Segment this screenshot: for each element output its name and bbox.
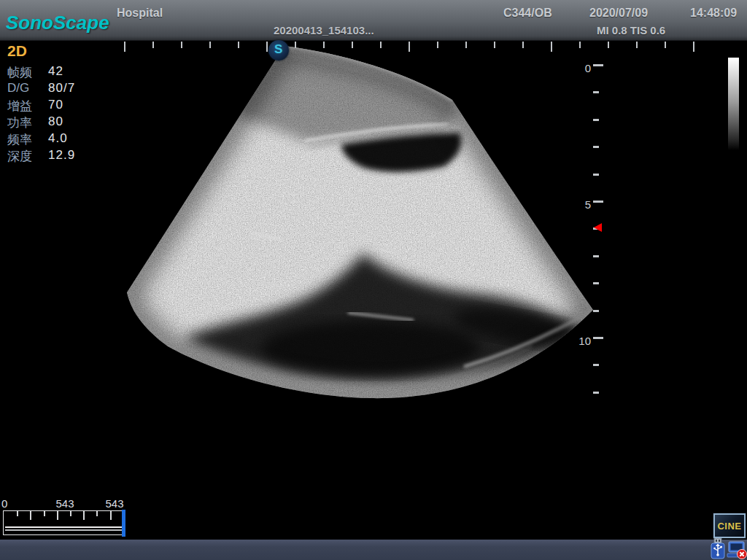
ruler-tick: [238, 42, 239, 48]
ruler-tick: [380, 42, 382, 48]
ruler-tick: [593, 91, 599, 93]
cine-scale-current: 543: [50, 497, 80, 510]
system-date: 2020/07/09: [589, 7, 648, 20]
param-value: 70: [48, 98, 63, 114]
cine-progress-line: [5, 526, 122, 528]
cine-tick: [70, 511, 71, 516]
cine-button[interactable]: CINE: [713, 513, 746, 538]
exam-id: 20200413_154103...: [274, 24, 374, 36]
ruler-tick: [593, 392, 599, 394]
ruler-tick: [352, 42, 353, 48]
ruler-tick: [323, 42, 325, 48]
cine-scale-start: 0: [1, 497, 7, 510]
ruler-tick: [593, 119, 599, 121]
param-value: 80: [48, 114, 63, 131]
mode-label: 2D: [7, 42, 75, 60]
system-time: 14:48:09: [690, 7, 737, 20]
brand-logo: SonoScape: [6, 12, 109, 34]
grayscale-bar: [728, 58, 739, 150]
cine-tick: [17, 511, 18, 516]
depth-label-10: 10: [573, 335, 591, 347]
ruler-tick: [266, 42, 268, 52]
parameter-panel: 2D 帧频 42 D/G 80/7 增益 70 功率 80 频率 4.0 深度 …: [7, 42, 75, 165]
probe-preset: C344/OB: [503, 7, 552, 20]
ruler-tick: [593, 201, 603, 203]
param-row-depth: 深度 12.9: [7, 148, 75, 165]
cine-tick: [83, 511, 85, 520]
ruler-tick: [593, 364, 599, 366]
ruler-tick: [593, 174, 599, 176]
param-value: 12.9: [48, 148, 75, 165]
ruler-tick: [437, 42, 438, 48]
param-value: 4.0: [48, 131, 68, 148]
param-row-framerate: 帧频 42: [7, 64, 75, 81]
focus-marker-icon[interactable]: [594, 223, 602, 232]
cine-tick: [110, 511, 112, 520]
depth-label-0: 0: [573, 62, 591, 74]
cine-progress-line: [5, 529, 122, 531]
ruler-tick: [593, 282, 599, 284]
cine-tick: [96, 511, 98, 516]
ruler-tick: [551, 42, 552, 52]
ruler-tick: [295, 42, 296, 48]
hospital-name: Hospital: [117, 7, 163, 20]
ruler-tick: [124, 42, 125, 52]
ruler-tick: [152, 42, 154, 48]
param-label: 帧频: [7, 64, 48, 81]
ruler-tick: [693, 42, 694, 52]
ruler-tick: [181, 42, 182, 48]
ultrasound-image[interactable]: [123, 42, 597, 399]
probe-orientation-marker: S: [268, 40, 289, 61]
ruler-tick: [593, 310, 599, 312]
probe-marker-glyph: S: [274, 42, 282, 57]
cine-position-cursor[interactable]: [122, 510, 125, 537]
param-value: 42: [48, 64, 63, 81]
ruler-tick: [465, 42, 467, 48]
param-row-gain: 增益 70: [7, 98, 75, 114]
usb-icon: [709, 538, 726, 559]
depth-label-5: 5: [573, 198, 591, 211]
fan-region: [123, 42, 597, 399]
cine-scrubber[interactable]: [3, 510, 124, 535]
ruler-tick: [608, 42, 609, 48]
ruler-tick: [593, 255, 599, 257]
mi-tis-readout: MI 0.8 TIS 0.6: [597, 24, 665, 36]
param-row-frequency: 频率 4.0: [7, 131, 75, 148]
header-bar: SonoScape Hospital C344/OB 2020/07/09 14…: [0, 0, 747, 41]
ruler-tick: [494, 42, 495, 48]
ruler-tick: [409, 42, 410, 52]
ruler-tick: [636, 42, 638, 48]
ruler-tick: [209, 42, 211, 48]
ruler-tick: [579, 42, 581, 48]
param-label: 频率: [7, 131, 48, 148]
param-row-power: 功率 80: [7, 114, 75, 131]
status-bar: [0, 540, 747, 560]
network-disconnected-icon: [727, 541, 747, 559]
cine-tick: [44, 511, 45, 516]
ruler-tick: [593, 337, 603, 339]
ruler-tick: [593, 146, 599, 148]
param-label: 增益: [7, 98, 48, 114]
param-label: 功率: [7, 114, 48, 131]
param-value: 80/7: [48, 81, 75, 98]
ruler-tick: [665, 42, 666, 48]
cine-tick: [57, 511, 58, 520]
param-label: 深度: [7, 148, 48, 165]
ruler-tick: [593, 64, 603, 66]
param-label: D/G: [7, 81, 48, 98]
ultrasound-screen: SonoScape Hospital C344/OB 2020/07/09 14…: [0, 0, 747, 560]
ruler-tick: [522, 42, 524, 48]
param-row-dg: D/G 80/7: [7, 81, 75, 98]
cine-tick: [30, 511, 31, 520]
cine-scale-total: 543: [99, 497, 130, 510]
